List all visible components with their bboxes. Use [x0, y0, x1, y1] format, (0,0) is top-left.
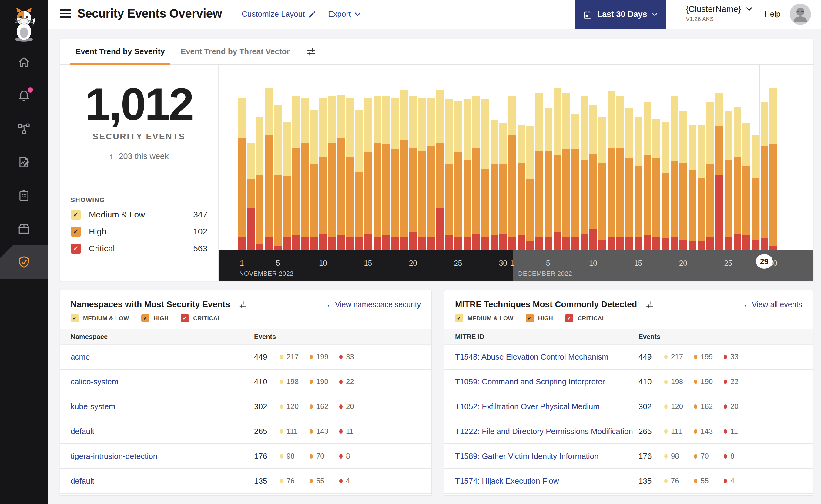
table-row[interactable]: tigera-intrusion-detection 176 98 70 8 [60, 444, 431, 469]
stacked-bar[interactable] [653, 119, 660, 250]
stacked-bar[interactable] [752, 135, 759, 250]
view-all-events-link[interactable]: → View all events [740, 300, 802, 309]
stacked-bar[interactable] [680, 111, 687, 250]
tab-event-trend-by-threat-vector[interactable]: Event Trend by Threat Vector [173, 39, 298, 65]
stacked-bar[interactable] [481, 99, 489, 250]
mitre-technique-link[interactable]: T1059: Command and Scripting Interpreter [444, 377, 639, 386]
stacked-bar[interactable] [382, 96, 390, 250]
sidebar-item-threat-defense[interactable] [0, 245, 48, 279]
mitre-technique-link[interactable]: T1052: Exfiltration Over Physical Medium [444, 402, 639, 411]
stacked-bar[interactable] [589, 105, 596, 250]
chart-settings-button[interactable] [306, 47, 316, 57]
table-row[interactable]: kube-system 302 120 162 20 [60, 394, 431, 419]
date-range-button[interactable]: Last 30 Days [574, 0, 666, 29]
sidebar-item-compliance[interactable] [0, 179, 48, 212]
stacked-bar[interactable] [274, 105, 282, 250]
namespace-link[interactable]: calico-system [60, 377, 254, 386]
cluster-selector[interactable]: {ClusterName} V1.26 AKS [686, 4, 753, 22]
event-trend-chart[interactable]: NOVEMBER 2022151015202530DECEMBER 202215… [219, 65, 813, 281]
severity-checkbox[interactable]: ✓ [565, 314, 573, 322]
stacked-bar[interactable] [311, 110, 318, 250]
stacked-bar[interactable] [644, 102, 651, 250]
table-row[interactable]: T1574: Hijack Execution Flow 135 76 55 4 [444, 469, 813, 494]
stacked-bar[interactable] [706, 102, 714, 250]
stacked-bar[interactable] [391, 98, 399, 250]
severity-filter-chip[interactable]: ✓ HIGH [141, 314, 169, 322]
stacked-bar[interactable] [499, 123, 507, 250]
tab-event-trend-by-severity[interactable]: Event Trend by Severity [68, 39, 173, 65]
sidebar-item-alerts[interactable] [0, 79, 48, 112]
severity-filter-chip[interactable]: ✓ MEDIUM & LOW [71, 314, 129, 322]
stacked-bar[interactable] [617, 96, 624, 250]
view-namespace-security-link[interactable]: → View namespace security [323, 300, 421, 309]
stacked-bar[interactable] [409, 96, 417, 250]
severity-filter-row[interactable]: ✓ Medium & Low 347 [71, 210, 208, 220]
stacked-bar[interactable] [635, 117, 642, 250]
stacked-bar[interactable] [346, 98, 354, 250]
stacked-bar[interactable] [698, 125, 705, 250]
stacked-bar[interactable] [364, 98, 372, 250]
stacked-bar[interactable] [607, 91, 615, 250]
table-row[interactable]: T1052: Exfiltration Over Physical Medium… [444, 394, 813, 419]
help-button[interactable]: Help [764, 9, 780, 19]
stacked-bar[interactable] [571, 114, 579, 250]
table-row[interactable]: T1589: Gather Victim Identity Informatio… [444, 444, 813, 469]
severity-checkbox[interactable]: ✓ [455, 314, 463, 322]
table-row[interactable]: default 135 76 55 4 [60, 469, 431, 494]
user-avatar[interactable] [790, 4, 811, 25]
severity-filter-row[interactable]: ✓ High 102 [71, 227, 208, 237]
calico-cat-logo[interactable] [0, 0, 48, 45]
customize-layout-button[interactable]: Customize Layout [242, 9, 316, 19]
stacked-bar[interactable] [553, 88, 561, 250]
stacked-bar[interactable] [671, 96, 678, 250]
stacked-bar[interactable] [626, 108, 633, 250]
stacked-bar[interactable] [490, 120, 498, 250]
stacked-bar[interactable] [535, 93, 543, 250]
sidebar-item-policies[interactable] [0, 145, 48, 179]
stacked-bar[interactable] [770, 88, 777, 250]
severity-checkbox[interactable]: ✓ [181, 314, 189, 322]
sidebar-item-workloads[interactable] [0, 212, 48, 245]
table-row[interactable]: T1222: File and Directory Permissions Mo… [444, 419, 813, 444]
namespace-link[interactable]: default [60, 476, 254, 486]
stacked-bar[interactable] [454, 101, 462, 250]
table-row[interactable]: calico-system 410 198 190 22 [60, 370, 431, 394]
severity-filter-chip[interactable]: ✓ MEDIUM & LOW [455, 314, 513, 322]
severity-filter-chip[interactable]: ✓ CRITICAL [181, 314, 221, 322]
severity-filter-chip[interactable]: ✓ HIGH [526, 314, 553, 322]
stacked-bar[interactable] [418, 98, 426, 250]
mitre-technique-link[interactable]: T1548: Abuse Elevation Control Mechanism [444, 352, 639, 362]
stacked-bar[interactable] [598, 117, 606, 250]
stacked-bar[interactable] [562, 93, 570, 250]
stacked-bar[interactable] [337, 95, 345, 250]
table-row[interactable]: T1548: Abuse Elevation Control Mechanism… [444, 345, 813, 370]
mitre-technique-link[interactable]: T1589: Gather Victim Identity Informatio… [444, 452, 639, 461]
stacked-bar[interactable] [238, 98, 246, 250]
severity-checkbox[interactable]: ✓ [141, 314, 149, 322]
stacked-bar[interactable] [761, 102, 768, 250]
namespaces-settings-button[interactable] [239, 300, 247, 309]
severity-checkbox[interactable]: ✓ [71, 227, 81, 237]
stacked-bar[interactable] [743, 123, 750, 250]
stacked-bar[interactable] [445, 99, 453, 250]
severity-filter-row[interactable]: ✓ Critical 563 [71, 244, 208, 254]
namespace-link[interactable]: tigera-intrusion-detection [60, 452, 254, 461]
stacked-bar[interactable] [716, 93, 723, 250]
namespace-link[interactable]: default [60, 427, 254, 436]
mitre-technique-link[interactable]: T1574: Hijack Execution Flow [444, 476, 639, 486]
severity-checkbox[interactable]: ✓ [71, 244, 81, 254]
stacked-bar[interactable] [662, 122, 669, 250]
stacked-bar[interactable] [284, 122, 291, 250]
stacked-bar[interactable] [374, 96, 381, 250]
stacked-bar[interactable] [508, 96, 516, 250]
stacked-bar[interactable] [292, 96, 300, 250]
stacked-bar[interactable] [355, 110, 363, 250]
mitre-settings-button[interactable] [646, 300, 654, 309]
stacked-bar[interactable] [248, 143, 255, 250]
sidebar-item-service-graph[interactable] [0, 112, 48, 145]
namespace-link[interactable]: kube-system [60, 402, 254, 411]
stacked-bar[interactable] [689, 125, 696, 250]
stacked-bar[interactable] [265, 88, 273, 250]
mitre-technique-link[interactable]: T1222: File and Directory Permissions Mo… [444, 427, 639, 436]
stacked-bar[interactable] [734, 107, 741, 250]
